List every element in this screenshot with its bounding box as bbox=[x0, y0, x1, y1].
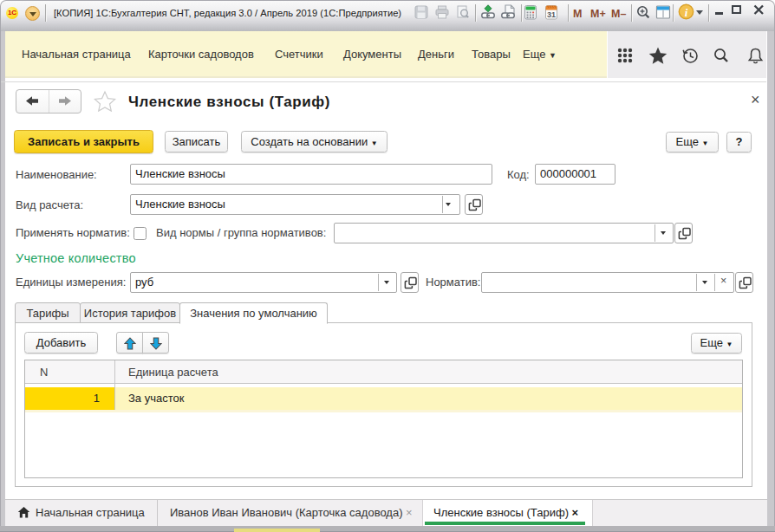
svg-text:i: i bbox=[685, 6, 688, 19]
svg-text:31: 31 bbox=[547, 10, 556, 19]
